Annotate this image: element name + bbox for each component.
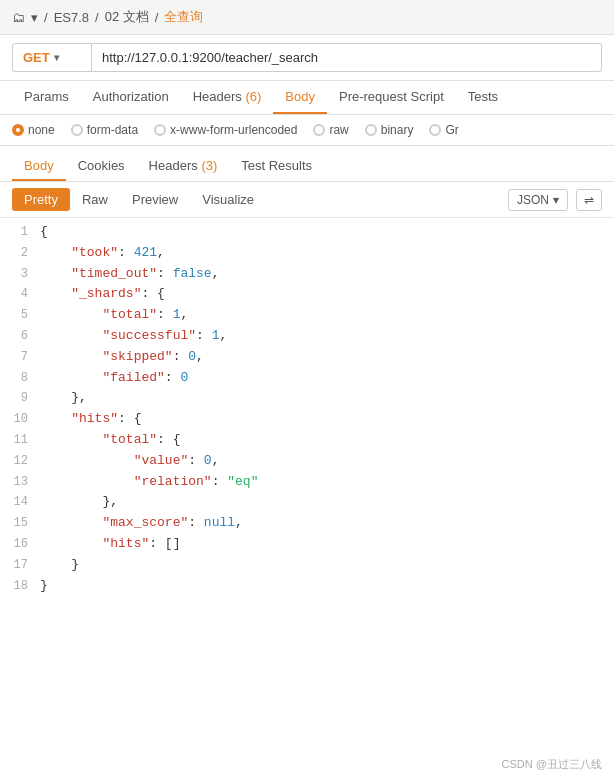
json-line: 14 }, (0, 492, 614, 513)
breadcrumb-query[interactable]: 全查询 (164, 8, 203, 26)
json-line: 6 "successful": 1, (0, 326, 614, 347)
line-content: "value": 0, (40, 451, 610, 472)
response-tab-headers[interactable]: Headers (3) (137, 152, 230, 181)
line-number: 11 (4, 431, 40, 450)
format-tab-visualize[interactable]: Visualize (190, 188, 266, 211)
url-bar: GET ▾ (0, 35, 614, 81)
format-tab-pretty[interactable]: Pretty (12, 188, 70, 211)
line-number: 12 (4, 452, 40, 471)
tab-tests[interactable]: Tests (456, 81, 510, 114)
response-tab-body[interactable]: Body (12, 152, 66, 181)
breadcrumb-arrow[interactable]: ▾ (31, 10, 38, 25)
radio-form-data[interactable]: form-data (71, 123, 138, 137)
json-line: 13 "relation": "eq" (0, 472, 614, 493)
response-section: Body Cookies Headers (3) Test Results Pr… (0, 146, 614, 600)
wrap-button[interactable]: ⇌ (576, 189, 602, 211)
line-number: 5 (4, 306, 40, 325)
line-content: "failed": 0 (40, 368, 610, 389)
radio-raw[interactable]: raw (313, 123, 348, 137)
line-number: 18 (4, 577, 40, 596)
line-number: 6 (4, 327, 40, 346)
line-content: "successful": 1, (40, 326, 610, 347)
line-number: 8 (4, 369, 40, 388)
radio-form-data-circle (71, 124, 83, 136)
line-number: 4 (4, 285, 40, 304)
json-line: 4 "_shards": { (0, 284, 614, 305)
breadcrumb-sep3: / (155, 10, 159, 25)
line-content: "hits": { (40, 409, 610, 430)
format-right: JSON ▾ ⇌ (508, 189, 602, 211)
line-content: "total": 1, (40, 305, 610, 326)
line-number: 17 (4, 556, 40, 575)
line-number: 14 (4, 493, 40, 512)
line-content: } (40, 576, 610, 597)
line-content: }, (40, 492, 610, 513)
line-content: } (40, 555, 610, 576)
body-type-row: none form-data x-www-form-urlencoded raw… (0, 115, 614, 146)
method-chevron: ▾ (54, 52, 59, 63)
json-line: 16 "hits": [] (0, 534, 614, 555)
line-content: "relation": "eq" (40, 472, 610, 493)
tab-params[interactable]: Params (12, 81, 81, 114)
folder-icon: 🗂 (12, 10, 25, 25)
radio-none[interactable]: none (12, 123, 55, 137)
format-tab-preview[interactable]: Preview (120, 188, 190, 211)
tab-body[interactable]: Body (273, 81, 327, 114)
line-number: 10 (4, 410, 40, 429)
breadcrumb-sep: / (44, 10, 48, 25)
line-number: 2 (4, 244, 40, 263)
json-line: 3 "timed_out": false, (0, 264, 614, 285)
line-content: "took": 421, (40, 243, 610, 264)
format-tabs: Pretty Raw Preview Visualize (12, 188, 266, 211)
breadcrumb-es[interactable]: ES7.8 (54, 10, 89, 25)
json-line: 7 "skipped": 0, (0, 347, 614, 368)
radio-binary-circle (365, 124, 377, 136)
watermark: CSDN @丑过三八线 (502, 757, 602, 772)
json-line: 18} (0, 576, 614, 597)
radio-graphql[interactable]: Gr (429, 123, 458, 137)
response-tab-test-results[interactable]: Test Results (229, 152, 324, 181)
radio-urlencoded-circle (154, 124, 166, 136)
format-bar: Pretty Raw Preview Visualize JSON ▾ ⇌ (0, 182, 614, 218)
response-tab-cookies[interactable]: Cookies (66, 152, 137, 181)
radio-binary[interactable]: binary (365, 123, 414, 137)
breadcrumb-sep2: / (95, 10, 99, 25)
line-content: "timed_out": false, (40, 264, 610, 285)
json-viewer: 1{2 "took": 421,3 "timed_out": false,4 "… (0, 218, 614, 600)
tab-headers[interactable]: Headers (6) (181, 81, 274, 114)
method-label: GET (23, 50, 50, 65)
breadcrumb-bar: 🗂 ▾ / ES7.8 / 02 文档 / 全查询 (0, 0, 614, 35)
json-line: 1{ (0, 222, 614, 243)
line-content: "_shards": { (40, 284, 610, 305)
line-number: 15 (4, 514, 40, 533)
line-content: "max_score": null, (40, 513, 610, 534)
json-line: 12 "value": 0, (0, 451, 614, 472)
request-tabs: Params Authorization Headers (6) Body Pr… (0, 81, 614, 115)
response-tabs: Body Cookies Headers (3) Test Results (0, 146, 614, 182)
json-line: 2 "took": 421, (0, 243, 614, 264)
line-content: "hits": [] (40, 534, 610, 555)
radio-graphql-circle (429, 124, 441, 136)
url-input[interactable] (92, 43, 602, 72)
json-format-select[interactable]: JSON ▾ (508, 189, 568, 211)
json-line: 5 "total": 1, (0, 305, 614, 326)
json-line: 8 "failed": 0 (0, 368, 614, 389)
radio-raw-circle (313, 124, 325, 136)
tab-authorization[interactable]: Authorization (81, 81, 181, 114)
line-content: "total": { (40, 430, 610, 451)
format-tab-raw[interactable]: Raw (70, 188, 120, 211)
radio-urlencoded[interactable]: x-www-form-urlencoded (154, 123, 297, 137)
line-number: 7 (4, 348, 40, 367)
method-select[interactable]: GET ▾ (12, 43, 92, 72)
json-line: 17 } (0, 555, 614, 576)
json-line: 10 "hits": { (0, 409, 614, 430)
line-number: 9 (4, 389, 40, 408)
breadcrumb-doc[interactable]: 02 文档 (105, 8, 149, 26)
json-line: 15 "max_score": null, (0, 513, 614, 534)
tab-pre-request[interactable]: Pre-request Script (327, 81, 456, 114)
line-number: 16 (4, 535, 40, 554)
line-content: "skipped": 0, (40, 347, 610, 368)
line-number: 1 (4, 223, 40, 242)
line-content: }, (40, 388, 610, 409)
line-number: 13 (4, 473, 40, 492)
